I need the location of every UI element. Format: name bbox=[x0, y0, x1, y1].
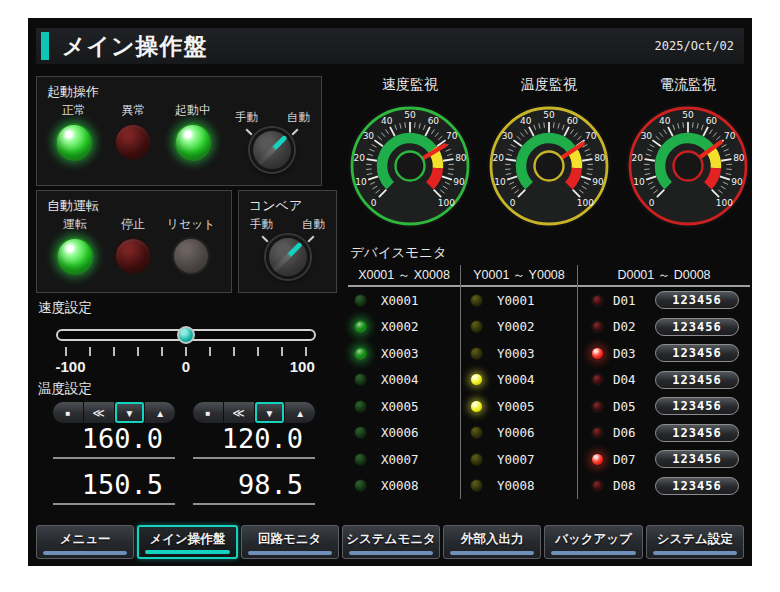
svg-text:20: 20 bbox=[353, 153, 365, 163]
device-row: X0005 bbox=[348, 393, 460, 420]
startup-selector-wrap bbox=[242, 128, 302, 172]
run-lamp-block: 運転 bbox=[47, 216, 103, 279]
device-row: D02123456 bbox=[578, 314, 750, 341]
tab-3[interactable]: システムモニタ bbox=[342, 525, 440, 559]
device-lamp bbox=[591, 294, 604, 307]
tab-0[interactable]: メニュー bbox=[36, 525, 134, 559]
device-value-button[interactable]: 123456 bbox=[655, 371, 739, 389]
speed-slider-track[interactable] bbox=[56, 329, 316, 341]
speed-setting-title: 速度設定 bbox=[38, 299, 92, 317]
startup-panel: 起動操作 正常 異常 起動中 手動 自動 bbox=[36, 76, 322, 186]
double-left-icon: ≪ bbox=[232, 406, 245, 420]
gauge-1: 温度監視0102030405060708090100 bbox=[485, 76, 613, 230]
svg-text:0: 0 bbox=[371, 198, 377, 208]
reset-button-label: リセット bbox=[163, 216, 219, 232]
device-lamp bbox=[354, 373, 367, 386]
decrement-button[interactable]: ▼ bbox=[255, 402, 286, 423]
device-label: Y0002 bbox=[497, 319, 535, 334]
svg-text:80: 80 bbox=[594, 153, 606, 163]
fast-button[interactable]: ≪ bbox=[84, 402, 115, 423]
temp-setpoint-display-1[interactable]: 160.0 bbox=[53, 423, 175, 459]
tab-5[interactable]: バックアップ bbox=[544, 525, 642, 559]
device-value-button[interactable]: 123456 bbox=[655, 397, 739, 415]
device-lamp bbox=[470, 426, 483, 439]
device-label: X0004 bbox=[381, 372, 419, 387]
svg-text:60: 60 bbox=[567, 116, 579, 126]
temp-button-group-1: ■≪▼▲ bbox=[53, 402, 175, 423]
device-column-1: Y0001 ～ Y0008Y0001Y0002Y0003Y0004Y0005Y0… bbox=[460, 265, 577, 499]
accent-bar bbox=[41, 32, 49, 60]
device-lamp bbox=[591, 400, 604, 413]
gauge-title: 電流監視 bbox=[624, 76, 752, 98]
tab-2[interactable]: 回路モニタ bbox=[241, 525, 339, 559]
device-lamp bbox=[354, 400, 367, 413]
device-lamp bbox=[470, 479, 483, 492]
device-row: D06123456 bbox=[578, 420, 750, 447]
starting-lamp bbox=[174, 123, 212, 161]
device-lamp bbox=[470, 400, 483, 413]
stop-button[interactable]: ■ bbox=[53, 402, 84, 423]
device-label: X0002 bbox=[381, 319, 419, 334]
device-value-button[interactable]: 123456 bbox=[655, 424, 739, 442]
device-row: D01123456 bbox=[578, 287, 750, 314]
normal-lamp-block: 正常 bbox=[47, 102, 101, 172]
startup-panel-title: 起動操作 bbox=[47, 83, 311, 101]
svg-text:80: 80 bbox=[455, 153, 467, 163]
conveyor-selector-switch[interactable] bbox=[266, 235, 310, 279]
decrement-button[interactable]: ▼ bbox=[115, 402, 146, 423]
svg-text:30: 30 bbox=[363, 131, 375, 141]
normal-lamp bbox=[55, 123, 93, 161]
reset-block: リセット bbox=[163, 216, 219, 279]
device-value-button[interactable]: 123456 bbox=[655, 318, 739, 336]
auto-run-panel: 自動運転 運転 停止 リセット bbox=[36, 190, 232, 293]
svg-text:40: 40 bbox=[659, 116, 671, 126]
startup-selector-switch[interactable] bbox=[250, 128, 294, 172]
fast-button[interactable]: ≪ bbox=[224, 402, 255, 423]
device-label: Y0003 bbox=[497, 346, 535, 361]
temp-setting-title: 温度設定 bbox=[38, 380, 92, 398]
startup-lamp-row: 正常 異常 起動中 手動 自動 bbox=[47, 102, 311, 172]
device-lamp bbox=[470, 453, 483, 466]
device-row: Y0005 bbox=[461, 393, 577, 420]
device-lamp bbox=[591, 320, 604, 333]
temp-setpoint-display-2[interactable]: 120.0 bbox=[193, 423, 315, 459]
slider-tick bbox=[161, 347, 163, 356]
error-lamp-label: 異常 bbox=[107, 102, 161, 118]
selector-left-tick bbox=[246, 128, 253, 135]
triangle-down-icon: ▼ bbox=[124, 408, 134, 419]
starting-lamp-label: 起動中 bbox=[166, 102, 220, 118]
slider-tick bbox=[233, 347, 235, 356]
stop-button[interactable]: ■ bbox=[193, 402, 224, 423]
device-column-header: X0001 ～ X0008 bbox=[348, 265, 460, 287]
slider-tick bbox=[305, 347, 307, 356]
device-value-button[interactable]: 123456 bbox=[655, 344, 739, 362]
device-label: X0008 bbox=[381, 478, 419, 493]
device-value-button[interactable]: 123456 bbox=[655, 450, 739, 468]
conveyor-panel-title: コンベア bbox=[249, 197, 326, 215]
gauge-2: 電流監視0102030405060708090100 bbox=[624, 76, 752, 230]
gauge-hub bbox=[674, 152, 703, 181]
tab-bar: メニューメイン操作盤回路モニタシステムモニタ外部入出力バックアップシステム設定 bbox=[36, 525, 744, 559]
tab-4[interactable]: 外部入出力 bbox=[443, 525, 541, 559]
reset-button[interactable] bbox=[172, 237, 210, 275]
device-label: D08 bbox=[613, 478, 647, 493]
svg-text:90: 90 bbox=[592, 177, 604, 187]
svg-text:40: 40 bbox=[381, 116, 393, 126]
tab-1[interactable]: メイン操作盤 bbox=[137, 525, 237, 559]
speed-slider-ticks bbox=[66, 347, 306, 356]
slider-tick bbox=[185, 347, 187, 356]
speed-slider-knob[interactable] bbox=[177, 326, 195, 344]
stop-lamp-label: 停止 bbox=[105, 216, 161, 232]
device-label: D04 bbox=[613, 372, 647, 387]
device-value-button[interactable]: 123456 bbox=[655, 477, 739, 495]
tab-6[interactable]: システム設定 bbox=[646, 525, 744, 559]
increment-button[interactable]: ▲ bbox=[145, 402, 175, 423]
auto-label: 自動 bbox=[302, 217, 325, 232]
triangle-down-icon: ▼ bbox=[264, 408, 274, 419]
device-value-button[interactable]: 123456 bbox=[655, 291, 739, 309]
increment-button[interactable]: ▲ bbox=[285, 402, 315, 423]
svg-text:0: 0 bbox=[510, 198, 516, 208]
svg-text:50: 50 bbox=[682, 110, 694, 120]
device-table: X0001 ～ X0008X0001X0002X0003X0004X0005X0… bbox=[348, 265, 750, 499]
device-label: D01 bbox=[613, 293, 647, 308]
